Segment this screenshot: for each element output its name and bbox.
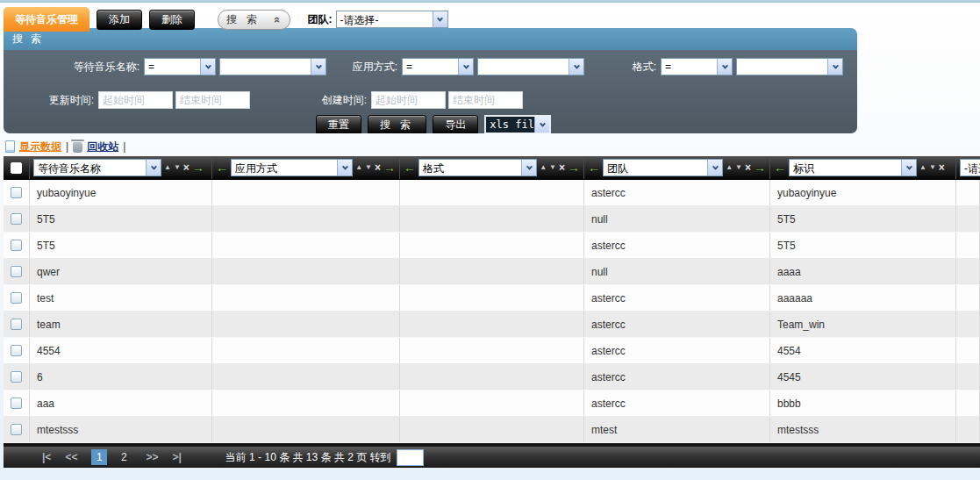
apply-value-select[interactable] [477,58,584,75]
row-checkbox[interactable] [11,266,22,277]
format-filter-label: 格式: [584,60,661,75]
header-select-all-cell [4,156,30,179]
row-checkbox[interactable] [11,319,22,330]
col-apply-select[interactable]: 应用方式 [231,159,353,176]
table-row: mtestsss mtest mtestsss [4,417,980,443]
name-value-select[interactable] [219,58,326,75]
page-button-2[interactable]: 2 [116,449,132,465]
tab-waiting-music-management[interactable]: 等待音乐管理 [4,7,89,32]
pagination-summary: 当前 1 - 10 条 共 13 条 共 2 页 转到 [225,450,391,465]
sort-desc-icon[interactable]: ▼ [735,164,742,171]
row-checkbox[interactable] [11,213,22,225]
move-right-icon[interactable]: → [192,161,204,174]
update-end-input[interactable] [175,91,250,109]
col-name-select[interactable]: 等待音乐名称 [33,159,161,176]
move-right-icon[interactable]: → [383,161,396,174]
row-checkbox[interactable] [11,187,22,198]
col-tag-select[interactable]: 标识 [789,159,917,176]
sort-desc-icon[interactable]: ▼ [549,164,556,171]
move-left-icon[interactable]: ← [216,161,228,174]
next-page-button[interactable]: >> [146,451,158,463]
row-checkbox[interactable] [11,345,22,356]
sort-desc-icon[interactable]: ▼ [174,164,181,171]
last-page-button[interactable]: >| [172,451,181,463]
sort-asc-icon[interactable]: ▲ [726,164,733,171]
format-operator-select[interactable]: = [661,58,733,75]
team-select[interactable]: -请选择- [336,11,448,28]
export-format-select[interactable]: xls file [484,115,551,133]
add-button[interactable]: 添加 [97,10,142,30]
cell-apply [212,364,400,390]
sort-asc-icon[interactable]: ▲ [540,164,547,171]
row-checkbox[interactable] [11,424,22,435]
cell-name: 5T5 [30,206,212,232]
first-page-button[interactable]: |< [42,451,51,463]
export-button[interactable]: 导出 [433,115,478,134]
reset-button[interactable]: 重置 [316,115,361,134]
row-checkbox[interactable] [11,398,22,409]
col-format-select[interactable]: 格式 [418,159,537,176]
cell-team: astercc [584,338,770,363]
top-divider [0,0,980,3]
remove-column-icon[interactable]: × [183,162,190,173]
cell-format [400,233,584,258]
panel-search-button[interactable]: 搜 索 [368,115,426,134]
cell-tag: mtestsss [770,417,956,442]
prev-page-button[interactable]: << [65,451,77,463]
remove-column-icon[interactable]: × [745,162,751,173]
delete-button[interactable]: 删除 [149,10,195,30]
apply-operator-select[interactable]: = [402,58,474,75]
document-icon [5,140,15,153]
search-panel: 搜 索 等待音乐名称: = 应用方式: = [4,28,857,133]
header-col-name: 等待音乐名称 ▲ ▼ × → [30,156,212,179]
sort-asc-icon[interactable]: ▲ [355,164,362,171]
row-checkbox[interactable] [11,240,22,251]
table-row: 5T5 null 5T5 [4,206,980,233]
recycle-bin-link[interactable]: 回收站 [87,140,118,154]
create-end-input[interactable] [448,91,523,109]
cell-team: astercc [584,390,770,416]
remove-column-icon[interactable]: × [375,162,381,173]
cell-tag: Team_win [770,312,956,337]
cell-name: aaa [30,390,212,416]
cell-apply [212,285,400,311]
cell-team: astercc [584,285,770,311]
cell-tag: yubaoyinyue [770,180,956,205]
select-all-checkbox[interactable] [11,162,22,174]
row-checkbox[interactable] [11,371,22,383]
table-row: 4554 astercc 4554 [4,338,980,364]
sort-asc-icon[interactable]: ▲ [919,164,926,171]
sort-asc-icon[interactable]: ▲ [164,164,171,171]
view-links: 显示数据 | 回收站 | [5,139,125,154]
update-start-input[interactable] [98,91,173,109]
remove-column-icon[interactable]: × [559,162,565,173]
move-left-icon[interactable]: ← [588,161,600,174]
create-start-input[interactable] [371,91,446,109]
goto-page-input[interactable] [397,449,424,466]
sort-desc-icon[interactable]: ▼ [929,164,936,171]
table-row: aaa astercc bbbb [4,390,980,417]
col-partial-select[interactable]: -请选择- [960,159,980,176]
move-right-icon[interactable]: → [754,161,766,174]
move-left-icon[interactable]: ← [404,161,416,174]
search-collapse-toggle[interactable]: 搜 索 « [218,10,290,30]
sort-desc-icon[interactable]: ▼ [365,164,372,171]
format-value-select[interactable] [736,58,843,75]
table-row: test astercc aaaaaa [4,285,980,312]
cell-tag: 5T5 [770,233,956,258]
chevron-down-icon [534,117,549,133]
name-operator-select[interactable]: = [144,58,216,75]
header-col-apply: ← 应用方式 ▲ ▼ × → [212,156,400,179]
table-row: yubaoyinyue astercc yubaoyinyue [4,180,980,206]
move-right-icon[interactable]: → [568,161,580,174]
show-data-link[interactable]: 显示数据 [19,140,61,154]
chevron-down-icon [200,59,215,75]
col-team-select[interactable]: 团队 [603,159,723,176]
data-grid: 等待音乐名称 ▲ ▼ × → ← 应用方式 ▲ ▼ × → ← [4,156,980,468]
move-left-icon[interactable]: ← [774,161,786,174]
page-button-1[interactable]: 1 [91,449,107,465]
remove-column-icon[interactable]: × [939,162,945,173]
row-checkbox[interactable] [11,292,22,304]
cell-team: astercc [584,233,770,258]
cell-apply [212,206,400,232]
